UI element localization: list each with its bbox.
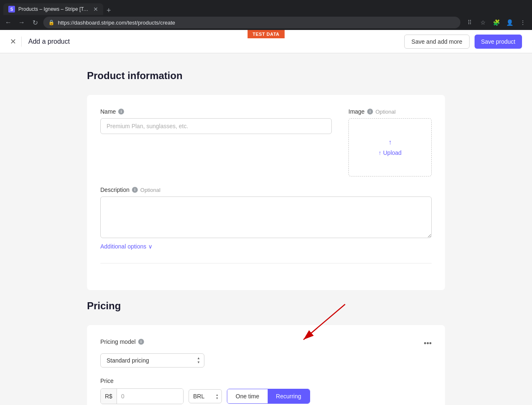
tab-close-icon[interactable]: ✕ (93, 6, 98, 12)
billing-toggle: One time Recurring (227, 389, 310, 404)
description-info-icon[interactable]: i (132, 187, 138, 193)
name-image-row: Name i Image i Optional ↑ ↑ Upload (100, 108, 432, 176)
header-divider (21, 37, 22, 47)
image-group: Image i Optional ↑ ↑ Upload (348, 108, 432, 176)
browser-chrome: S Products – Ignews – Stripe [Test] ✕ + … (0, 0, 532, 30)
star-icon[interactable]: ☆ (477, 17, 489, 28)
chevron-down-icon: ∨ (148, 243, 152, 250)
refresh-button[interactable]: ↻ (30, 17, 40, 27)
name-input[interactable] (100, 118, 332, 134)
price-section: Price R$ BRL USD EUR ▲ ▼ (100, 378, 432, 404)
app-header: TEST DATA ✕ Add a product Save and add m… (0, 30, 532, 53)
url-text: https://dashboard.stripe.com/test/produc… (58, 20, 455, 26)
section-divider (100, 263, 432, 263)
save-product-button[interactable]: Save product (475, 35, 522, 49)
name-info-icon[interactable]: i (118, 109, 124, 114)
image-upload-area[interactable]: ↑ ↑ Upload (348, 118, 432, 176)
tab-favicon: S (8, 6, 15, 12)
additional-options-toggle[interactable]: Additional options ∨ (100, 243, 432, 250)
price-input-wrapper: R$ (100, 388, 184, 404)
price-input[interactable] (117, 389, 183, 404)
currency-prefix: R$ (101, 389, 117, 404)
image-optional: Optional (375, 109, 395, 115)
product-info-title: Product information (87, 70, 445, 82)
new-tab-button[interactable]: + (107, 6, 111, 15)
lock-icon: 🔒 (48, 20, 55, 25)
three-dots-menu[interactable]: ••• (424, 339, 432, 348)
image-label: Image i Optional (348, 108, 432, 115)
profile-icon[interactable]: 👤 (504, 17, 515, 28)
currency-select-wrapper: BRL USD EUR ▲ ▼ (189, 389, 222, 403)
close-button[interactable]: ✕ (10, 37, 16, 46)
puzzle-icon[interactable]: 🧩 (490, 17, 502, 28)
pricing-model-select[interactable]: Standard pricing Package pricing Graduat… (100, 353, 204, 368)
menu-icon[interactable]: ⋮ (517, 17, 529, 28)
description-input[interactable] (100, 196, 432, 238)
extensions-icon[interactable]: ⠿ (464, 17, 475, 28)
description-label: Description i Optional (100, 186, 432, 193)
name-group: Name i (100, 108, 332, 176)
recurring-button[interactable]: Recurring (268, 389, 310, 403)
forward-button[interactable]: → (17, 17, 27, 27)
header-actions: Save and add more Save product (404, 35, 522, 49)
page-title: Add a product (28, 38, 70, 45)
main-content: Product information Name i Image i Optio… (79, 53, 453, 405)
pricing-section: Pricing model i ••• Standard pricing Pac… (87, 325, 445, 405)
price-row: R$ BRL USD EUR ▲ ▼ One time (100, 388, 432, 404)
upload-label: ↑ Upload (378, 149, 401, 156)
name-label: Name i (100, 108, 332, 115)
back-button[interactable]: ← (3, 17, 13, 27)
address-bar[interactable]: 🔒 https://dashboard.stripe.com/test/prod… (43, 17, 460, 28)
tab-title: Products – Ignews – Stripe [Test] (18, 6, 90, 12)
pricing-model-select-wrapper: Standard pricing Package pricing Graduat… (100, 353, 204, 368)
pricing-model-label: Pricing model i (100, 338, 144, 345)
active-tab[interactable]: S Products – Ignews – Stripe [Test] ✕ (3, 3, 103, 15)
upload-arrow-icon: ↑ (388, 139, 392, 146)
price-label: Price (100, 378, 432, 384)
one-time-button[interactable]: One time (227, 389, 268, 403)
image-info-icon[interactable]: i (367, 109, 373, 114)
product-info-section: Name i Image i Optional ↑ ↑ Upload (87, 95, 445, 290)
currency-select[interactable]: BRL USD EUR (189, 389, 222, 403)
pricing-model-row: Pricing model i ••• (100, 338, 432, 348)
pricing-model-info-icon[interactable]: i (138, 339, 144, 345)
save-and-add-more-button[interactable]: Save and add more (404, 35, 469, 49)
additional-options-label: Additional options (100, 243, 147, 250)
test-data-banner: TEST DATA (248, 30, 285, 38)
description-group: Description i Optional (100, 186, 432, 240)
description-optional: Optional (140, 187, 160, 193)
pricing-title: Pricing (87, 300, 445, 312)
